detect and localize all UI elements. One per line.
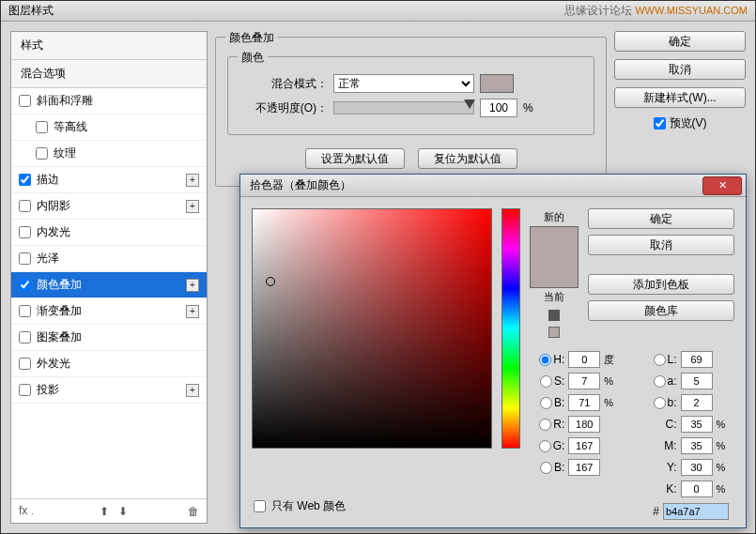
style-item-checkbox[interactable] <box>19 200 31 212</box>
style-item-checkbox[interactable] <box>36 147 48 160</box>
color-model-radio[interactable]: H: <box>539 353 564 366</box>
blend-mode-select[interactable]: 正常 <box>333 74 474 93</box>
current-color-swatch <box>531 257 578 287</box>
style-item-label: 斜面和浮雕 <box>37 93 93 109</box>
reset-default-button[interactable]: 复位为默认值 <box>418 148 517 169</box>
style-item-9[interactable]: 图案叠加 <box>11 325 207 351</box>
style-item-2[interactable]: 纹理 <box>11 141 207 167</box>
style-item-label: 投影 <box>37 382 59 398</box>
style-item-3[interactable]: 描边+ <box>11 167 207 193</box>
value-M[interactable] <box>681 437 713 454</box>
style-item-label: 内阴影 <box>37 198 70 214</box>
new-color-swatch <box>531 227 578 257</box>
cancel-button[interactable]: 取消 <box>614 59 746 80</box>
color-model-radio[interactable]: G: <box>539 439 565 452</box>
blend-options-header[interactable]: 混合选项 <box>11 60 207 88</box>
style-item-checkbox[interactable] <box>19 279 31 291</box>
add-instance-icon[interactable]: + <box>186 305 199 318</box>
web-colors-only-checkbox[interactable]: 只有 Web 颜色 <box>254 498 346 514</box>
value-Y[interactable] <box>681 459 713 476</box>
opacity-slider[interactable] <box>333 101 474 114</box>
picker-ok-button[interactable]: 确定 <box>588 208 734 229</box>
color-field-marker <box>266 277 275 286</box>
color-picker-title: 拾色器（叠加颜色） <box>250 177 351 193</box>
cube-icon[interactable] <box>548 310 560 321</box>
style-item-checkbox[interactable] <box>19 174 31 186</box>
style-item-checkbox[interactable] <box>19 305 31 317</box>
color-model-radio[interactable]: S: <box>540 374 564 388</box>
add-instance-icon[interactable]: + <box>186 200 199 213</box>
color-model-radio[interactable]: B: <box>540 461 564 474</box>
set-default-button[interactable]: 设置为默认值 <box>305 148 405 169</box>
color-subgroup-title: 颜色 <box>238 50 268 66</box>
style-item-1[interactable]: 等高线 <box>11 114 207 141</box>
close-icon[interactable]: ✕ <box>702 176 742 195</box>
style-item-5[interactable]: 内发光 <box>11 220 207 246</box>
style-item-10[interactable]: 外发光 <box>11 351 207 377</box>
value-C[interactable] <box>681 416 713 433</box>
layer-style-title: 图层样式 <box>8 3 54 19</box>
picker-cancel-button[interactable]: 取消 <box>588 235 734 255</box>
value-a[interactable] <box>681 373 713 389</box>
ok-button[interactable]: 确定 <box>614 31 746 52</box>
preview-checkbox[interactable]: 预览(V) <box>614 115 746 131</box>
style-item-11[interactable]: 投影+ <box>11 377 207 404</box>
style-item-checkbox[interactable] <box>36 121 48 133</box>
trash-icon[interactable]: 🗑 <box>188 505 199 518</box>
style-item-7[interactable]: 颜色叠加+ <box>11 272 207 298</box>
move-down-icon[interactable]: ⬇ <box>118 505 128 518</box>
move-up-icon[interactable]: ⬆ <box>100 505 109 518</box>
value-b[interactable] <box>681 394 713 411</box>
style-item-checkbox[interactable] <box>19 331 31 343</box>
new-style-button[interactable]: 新建样式(W)... <box>614 87 746 108</box>
color-libraries-button[interactable]: 颜色库 <box>588 300 734 321</box>
style-item-checkbox[interactable] <box>19 95 31 107</box>
add-instance-icon[interactable]: + <box>186 174 199 187</box>
value-H[interactable] <box>568 351 600 368</box>
add-to-swatches-button[interactable]: 添加到色板 <box>588 274 734 295</box>
styles-footer: fx﹒ ⬆⬇ 🗑 <box>11 498 207 523</box>
blend-mode-label: 混合模式： <box>239 76 328 92</box>
color-field[interactable] <box>252 208 492 449</box>
value-Bb[interactable] <box>568 459 600 476</box>
style-item-label: 纹理 <box>54 145 76 161</box>
value-G[interactable] <box>568 437 600 454</box>
style-item-checkbox[interactable] <box>19 384 31 396</box>
layer-style-titlebar[interactable]: 图层样式 思缘设计论坛 WWW.MISSYUAN.COM <box>1 1 755 22</box>
color-model-radio[interactable]: R: <box>539 418 564 431</box>
style-item-checkbox[interactable] <box>19 252 31 265</box>
style-item-0[interactable]: 斜面和浮雕 <box>11 88 207 114</box>
style-item-4[interactable]: 内阴影+ <box>11 193 207 220</box>
value-L[interactable] <box>681 351 713 368</box>
style-item-label: 图案叠加 <box>37 329 82 345</box>
style-item-checkbox[interactable] <box>19 358 31 370</box>
color-model-radio[interactable]: b: <box>654 396 677 409</box>
value-S[interactable] <box>568 373 600 389</box>
color-model-radio[interactable]: a: <box>654 374 677 388</box>
styles-list: 斜面和浮雕等高线纹理描边+内阴影+内发光光泽颜色叠加+渐变叠加+图案叠加外发光投… <box>11 88 207 498</box>
opacity-label: 不透明度(O)： <box>239 100 328 116</box>
new-color-label: 新的 <box>544 210 564 224</box>
color-overlay-group-title: 颜色叠加 <box>225 30 278 46</box>
hex-input[interactable] <box>663 503 729 520</box>
color-preview: 新的 当前 <box>530 208 579 340</box>
value-R[interactable] <box>568 416 600 433</box>
style-item-checkbox[interactable] <box>19 226 31 238</box>
overlay-color-swatch[interactable] <box>480 74 514 93</box>
opacity-input[interactable] <box>480 99 517 117</box>
style-item-label: 内发光 <box>37 224 70 240</box>
add-instance-icon[interactable]: + <box>186 279 199 292</box>
style-item-label: 光泽 <box>37 251 59 267</box>
value-K[interactable] <box>681 481 713 497</box>
add-instance-icon[interactable]: + <box>186 384 199 397</box>
value-B[interactable] <box>568 394 600 411</box>
color-picker-titlebar[interactable]: 拾色器（叠加颜色） ✕ <box>240 175 746 197</box>
hue-slider[interactable] <box>501 208 520 449</box>
web-safe-swatch[interactable] <box>548 327 560 338</box>
style-item-8[interactable]: 渐变叠加+ <box>11 298 207 325</box>
style-item-label: 描边 <box>37 172 59 188</box>
color-model-radio[interactable]: B: <box>540 396 564 409</box>
color-model-radio[interactable]: L: <box>654 353 677 366</box>
style-item-6[interactable]: 光泽 <box>11 246 207 272</box>
fx-menu-icon[interactable]: fx﹒ <box>19 503 39 519</box>
